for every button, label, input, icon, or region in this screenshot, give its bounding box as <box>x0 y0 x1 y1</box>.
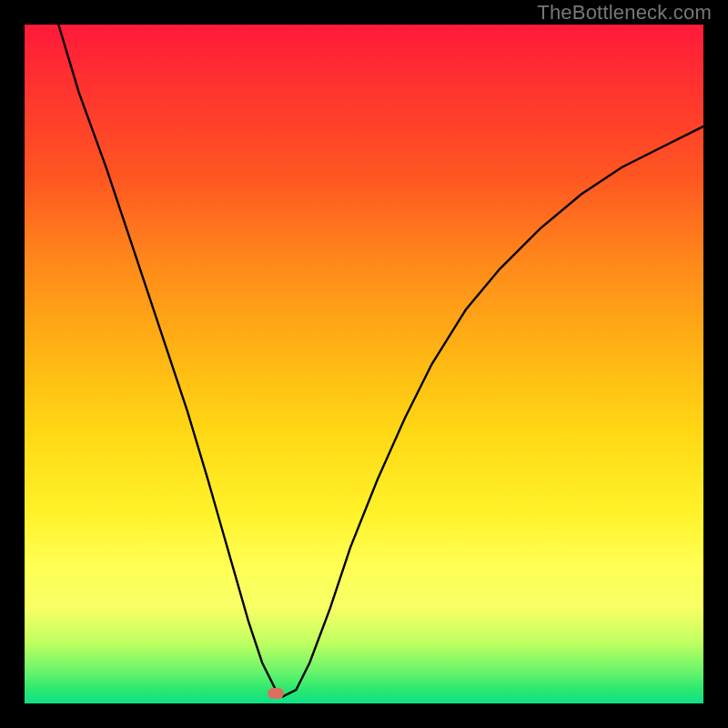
plot-area <box>25 25 703 703</box>
optimal-point-marker <box>268 688 284 699</box>
watermark-bar: TheBottleneck.com <box>473 0 728 25</box>
chart-frame: TheBottleneck.com <box>0 0 728 728</box>
curve-svg <box>25 25 703 703</box>
bottleneck-curve <box>58 25 703 697</box>
watermark-text: TheBottleneck.com <box>537 1 712 25</box>
